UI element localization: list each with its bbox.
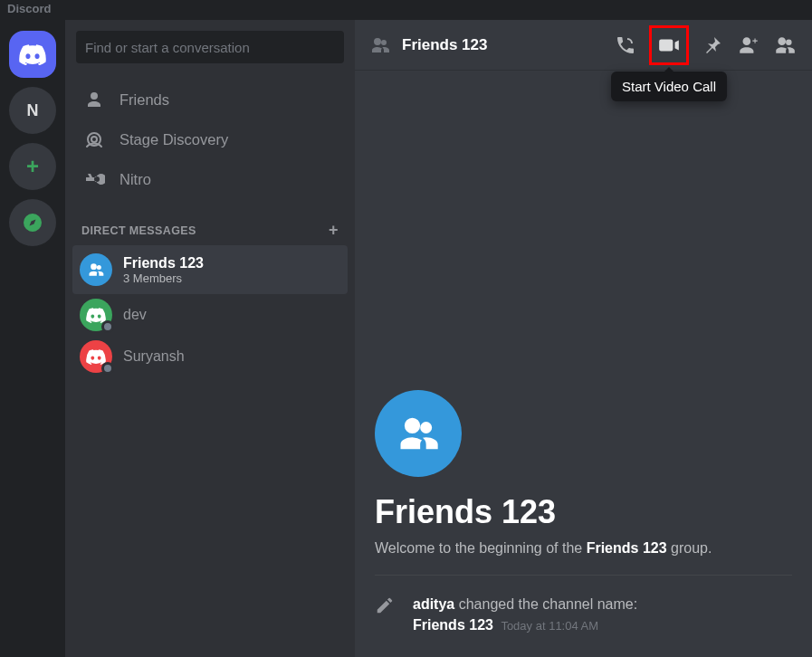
pin-icon xyxy=(702,34,723,56)
plus-icon: + xyxy=(26,154,39,179)
welcome-post: group. xyxy=(667,540,712,556)
user-avatar xyxy=(80,299,112,331)
explore-servers-button[interactable] xyxy=(9,199,56,246)
discord-avatar-icon xyxy=(86,348,106,365)
pinned-messages-button[interactable] xyxy=(700,33,725,58)
user-avatar xyxy=(80,340,112,373)
discord-logo-icon xyxy=(19,43,46,65)
app-title: Discord xyxy=(7,2,51,15)
dm-name: Friends 123 xyxy=(123,255,204,271)
at-icon xyxy=(369,34,391,56)
dm-item-friends-123[interactable]: Friends 123 3 Members xyxy=(72,245,348,294)
system-message: aditya changed the channel name: Friends… xyxy=(375,594,792,635)
group-hero-avatar xyxy=(375,390,462,477)
create-dm-button[interactable]: + xyxy=(329,221,339,240)
nav-stage-discovery[interactable]: Stage Discovery xyxy=(72,119,348,159)
start-video-call-button[interactable]: Start Video Call xyxy=(649,25,689,65)
phone-icon xyxy=(615,34,636,56)
tooltip: Start Video Call xyxy=(611,71,727,101)
add-friends-to-dm-button[interactable] xyxy=(736,33,761,58)
svg-point-0 xyxy=(91,137,97,142)
welcome-pre: Welcome to the beginning of the xyxy=(375,540,587,556)
dm-name: dev xyxy=(123,307,147,323)
dm-name: Suryansh xyxy=(123,348,185,365)
group-avatar xyxy=(80,253,112,286)
nitro-icon xyxy=(83,168,105,190)
chat-body: Friends 123 Welcome to the beginning of … xyxy=(355,71,812,657)
dm-subtitle: 3 Members xyxy=(123,271,204,285)
welcome-title: Friends 123 xyxy=(375,493,792,531)
dm-item-suryansh[interactable]: Suryansh xyxy=(72,336,348,377)
server-avatar[interactable]: N xyxy=(9,87,56,134)
people-icon xyxy=(773,33,797,57)
nav-friends[interactable]: Friends xyxy=(72,80,348,119)
show-member-list-button[interactable] xyxy=(772,33,798,58)
dm-sidebar: Friends Stage Discovery Nitro DIRECT MES… xyxy=(65,20,355,657)
nav-stage-label: Stage Discovery xyxy=(119,131,228,148)
divider xyxy=(375,575,792,576)
home-button[interactable] xyxy=(9,31,56,78)
sys-timestamp: Today at 11:04 AM xyxy=(501,619,598,633)
nav-nitro[interactable]: Nitro xyxy=(72,159,348,199)
welcome-name: Friends 123 xyxy=(587,540,667,556)
friends-icon xyxy=(83,89,105,110)
compass-icon xyxy=(22,212,43,233)
chat-header: Friends 123 Start Video Call xyxy=(355,20,812,71)
chat-area: Friends 123 Start Video Call xyxy=(355,20,812,657)
status-offline-icon xyxy=(101,362,114,375)
search-input[interactable] xyxy=(76,31,344,63)
welcome-subtitle: Welcome to the beginning of the Friends … xyxy=(375,540,792,557)
sys-new-name: Friends 123 xyxy=(413,617,493,633)
people-icon xyxy=(395,410,442,457)
discord-avatar-icon xyxy=(86,307,106,323)
add-server-button[interactable]: + xyxy=(9,143,56,190)
add-user-icon xyxy=(737,33,760,57)
video-icon xyxy=(657,33,681,57)
nav-friends-label: Friends xyxy=(119,91,169,109)
nav-nitro-label: Nitro xyxy=(119,171,151,188)
chat-title: Friends 123 xyxy=(402,36,488,54)
pencil-icon xyxy=(375,595,396,617)
start-voice-call-button[interactable] xyxy=(613,33,638,58)
people-icon xyxy=(87,261,105,279)
dm-item-dev[interactable]: dev xyxy=(72,294,348,336)
guild-rail: N + xyxy=(0,20,65,657)
window-titlebar: Discord xyxy=(0,0,812,20)
status-offline-icon xyxy=(101,320,114,333)
sys-actor: aditya xyxy=(413,596,454,612)
stage-icon xyxy=(83,129,105,150)
dm-section-label: DIRECT MESSAGES xyxy=(81,224,196,237)
server-letter: N xyxy=(27,101,39,120)
sys-action: changed the channel name: xyxy=(459,596,637,612)
